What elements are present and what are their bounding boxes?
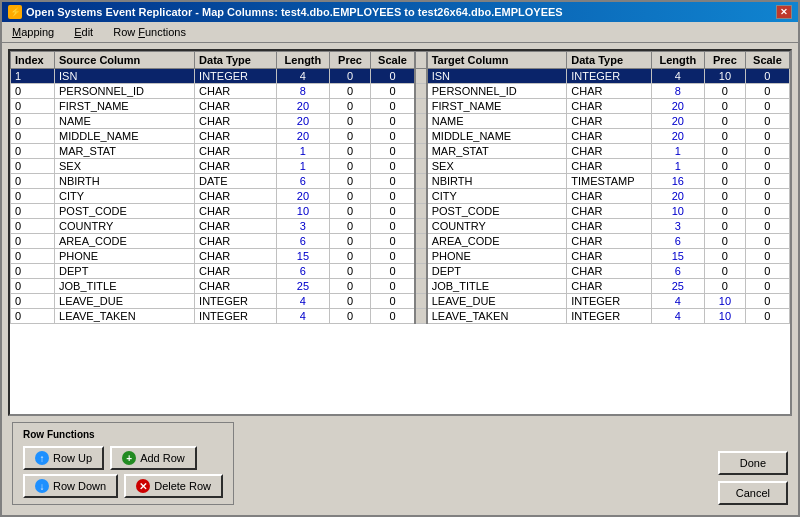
cell-tgt-col: NBIRTH [427,174,567,189]
table-row[interactable]: 0 PERSONNEL_ID CHAR 8 0 0 PERSONNEL_ID C… [11,84,790,99]
cell-src-col: ISN [55,69,195,84]
cell-src-len: 4 [276,309,329,324]
cell-index: 0 [11,219,55,234]
cell-src-scale: 0 [370,204,415,219]
cancel-button[interactable]: Cancel [718,481,788,505]
content-area: Index Source Column Data Type Length Pre… [2,43,798,515]
cell-src-col: FIRST_NAME [55,99,195,114]
cell-index: 0 [11,204,55,219]
cell-src-prec: 0 [330,99,371,114]
cell-divider [415,279,427,294]
cell-tgt-col: AREA_CODE [427,234,567,249]
header-divider [415,52,427,69]
menu-mapping[interactable]: Mapping [6,24,60,40]
delete-row-label: Delete Row [154,480,211,492]
table-row[interactable]: 0 FIRST_NAME CHAR 20 0 0 FIRST_NAME CHAR… [11,99,790,114]
row-down-button[interactable]: ↓ Row Down [23,474,118,498]
header-index: Index [11,52,55,69]
add-row-icon: + [122,451,136,465]
cell-index: 0 [11,84,55,99]
table-row[interactable]: 0 NBIRTH DATE 6 0 0 NBIRTH TIMESTAMP 16 … [11,174,790,189]
header-src-length: Length [276,52,329,69]
table-row[interactable]: 0 POST_CODE CHAR 10 0 0 POST_CODE CHAR 1… [11,204,790,219]
cell-src-prec: 0 [330,234,371,249]
cell-tgt-len: 15 [651,249,704,264]
column-mapping-table: Index Source Column Data Type Length Pre… [8,49,792,416]
cell-src-prec: 0 [330,159,371,174]
cell-tgt-len: 1 [651,144,704,159]
cell-tgt-scale: 0 [745,114,789,129]
header-src-prec: Prec [330,52,371,69]
cell-tgt-col: POST_CODE [427,204,567,219]
table-row[interactable]: 0 COUNTRY CHAR 3 0 0 COUNTRY CHAR 3 0 0 [11,219,790,234]
cell-src-len: 4 [276,69,329,84]
table-row[interactable]: 1 ISN INTEGER 4 0 0 ISN INTEGER 4 10 0 [11,69,790,84]
row-up-button[interactable]: ↑ Row Up [23,446,104,470]
cell-src-scale: 0 [370,234,415,249]
cell-tgt-col: LEAVE_TAKEN [427,309,567,324]
cell-tgt-scale: 0 [745,159,789,174]
cell-tgt-prec: 10 [705,309,746,324]
cell-src-scale: 0 [370,69,415,84]
header-tgt-scale: Scale [745,52,789,69]
cell-tgt-len: 4 [651,309,704,324]
cell-src-type: CHAR [195,279,277,294]
cell-src-type: CHAR [195,204,277,219]
cell-tgt-prec: 0 [705,174,746,189]
cell-tgt-scale: 0 [745,264,789,279]
cell-divider [415,69,427,84]
cell-src-col: MAR_STAT [55,144,195,159]
cell-src-prec: 0 [330,84,371,99]
table-row[interactable]: 0 LEAVE_TAKEN INTEGER 4 0 0 LEAVE_TAKEN … [11,309,790,324]
cell-src-len: 20 [276,114,329,129]
table-row[interactable]: 0 SEX CHAR 1 0 0 SEX CHAR 1 0 0 [11,159,790,174]
table-row[interactable]: 0 JOB_TITLE CHAR 25 0 0 JOB_TITLE CHAR 2… [11,279,790,294]
header-tgt-datatype: Data Type [567,52,651,69]
cell-src-prec: 0 [330,279,371,294]
cell-src-col: JOB_TITLE [55,279,195,294]
cell-divider [415,264,427,279]
cell-tgt-len: 20 [651,114,704,129]
table-row[interactable]: 0 PHONE CHAR 15 0 0 PHONE CHAR 15 0 0 [11,249,790,264]
done-button[interactable]: Done [718,451,788,475]
cell-src-scale: 0 [370,114,415,129]
add-row-button[interactable]: + Add Row [110,446,197,470]
title-bar-left: ⚡ Open Systems Event Replicator - Map Co… [8,5,563,19]
cell-tgt-len: 25 [651,279,704,294]
table-row[interactable]: 0 CITY CHAR 20 0 0 CITY CHAR 20 0 0 [11,189,790,204]
table-row[interactable]: 0 MIDDLE_NAME CHAR 20 0 0 MIDDLE_NAME CH… [11,129,790,144]
cell-src-scale: 0 [370,174,415,189]
cell-tgt-col: COUNTRY [427,219,567,234]
menu-edit[interactable]: Edit [68,24,99,40]
cell-divider [415,249,427,264]
cell-index: 0 [11,144,55,159]
cell-index: 0 [11,264,55,279]
btn-row-top: ↑ Row Up + Add Row [23,446,223,470]
cell-src-prec: 0 [330,114,371,129]
row-functions-label: Row Functions [23,429,223,440]
table-row[interactable]: 0 NAME CHAR 20 0 0 NAME CHAR 20 0 0 [11,114,790,129]
menu-row-functions[interactable]: Row Functions [107,24,192,40]
table-row[interactable]: 0 DEPT CHAR 6 0 0 DEPT CHAR 6 0 0 [11,264,790,279]
cell-tgt-scale: 0 [745,249,789,264]
table-row[interactable]: 0 MAR_STAT CHAR 1 0 0 MAR_STAT CHAR 1 0 … [11,144,790,159]
cell-index: 0 [11,174,55,189]
table-row[interactable]: 0 AREA_CODE CHAR 6 0 0 AREA_CODE CHAR 6 … [11,234,790,249]
table-row[interactable]: 0 LEAVE_DUE INTEGER 4 0 0 LEAVE_DUE INTE… [11,294,790,309]
table-header-row: Index Source Column Data Type Length Pre… [11,52,790,69]
cell-src-type: CHAR [195,159,277,174]
cell-tgt-scale: 0 [745,99,789,114]
cell-tgt-col: PHONE [427,249,567,264]
cell-tgt-type: CHAR [567,114,651,129]
cell-src-prec: 0 [330,219,371,234]
cell-tgt-scale: 0 [745,294,789,309]
cell-src-type: DATE [195,174,277,189]
delete-row-button[interactable]: ✕ Delete Row [124,474,223,498]
cell-tgt-scale: 0 [745,174,789,189]
header-source-col: Source Column [55,52,195,69]
close-button[interactable]: ✕ [776,5,792,19]
cell-index: 0 [11,129,55,144]
cell-tgt-type: CHAR [567,144,651,159]
cell-tgt-len: 6 [651,234,704,249]
cell-index: 0 [11,309,55,324]
